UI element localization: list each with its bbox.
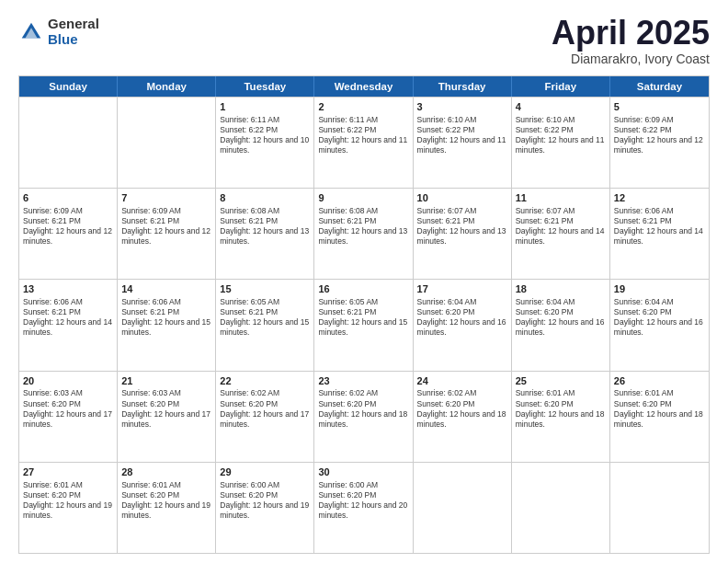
cell-info: Sunrise: 6:01 AM Sunset: 6:20 PM Dayligh… xyxy=(516,388,606,429)
cell-info: Sunrise: 6:01 AM Sunset: 6:20 PM Dayligh… xyxy=(23,480,113,521)
day-cell-19: 19Sunrise: 6:04 AM Sunset: 6:20 PM Dayli… xyxy=(610,280,709,370)
empty-cell xyxy=(19,98,118,188)
day-number: 18 xyxy=(516,282,606,296)
calendar-row-4: 20Sunrise: 6:03 AM Sunset: 6:20 PM Dayli… xyxy=(19,371,709,462)
cell-info: Sunrise: 6:07 AM Sunset: 6:21 PM Dayligh… xyxy=(417,206,507,247)
logo-text: General Blue xyxy=(48,17,99,47)
day-cell-10: 10Sunrise: 6:07 AM Sunset: 6:21 PM Dayli… xyxy=(414,189,512,279)
day-cell-6: 6Sunrise: 6:09 AM Sunset: 6:21 PM Daylig… xyxy=(19,189,118,279)
cell-info: Sunrise: 6:08 AM Sunset: 6:21 PM Dayligh… xyxy=(220,206,310,247)
empty-cell xyxy=(512,463,610,553)
cell-info: Sunrise: 6:02 AM Sunset: 6:20 PM Dayligh… xyxy=(417,388,507,429)
day-cell-15: 15Sunrise: 6:05 AM Sunset: 6:21 PM Dayli… xyxy=(216,280,314,370)
day-number: 26 xyxy=(614,374,705,388)
day-number: 5 xyxy=(614,100,705,114)
day-cell-12: 12Sunrise: 6:06 AM Sunset: 6:21 PM Dayli… xyxy=(610,189,709,279)
day-number: 28 xyxy=(121,465,211,479)
day-header-saturday: Saturday xyxy=(610,76,709,97)
day-cell-20: 20Sunrise: 6:03 AM Sunset: 6:20 PM Dayli… xyxy=(19,372,118,462)
day-cell-4: 4Sunrise: 6:10 AM Sunset: 6:22 PM Daylig… xyxy=(512,98,610,188)
day-number: 15 xyxy=(220,282,310,296)
cell-info: Sunrise: 6:03 AM Sunset: 6:20 PM Dayligh… xyxy=(121,388,211,429)
calendar-row-5: 27Sunrise: 6:01 AM Sunset: 6:20 PM Dayli… xyxy=(19,462,709,553)
empty-cell xyxy=(610,463,709,553)
cell-info: Sunrise: 6:09 AM Sunset: 6:21 PM Dayligh… xyxy=(23,206,113,247)
day-cell-7: 7Sunrise: 6:09 AM Sunset: 6:21 PM Daylig… xyxy=(118,189,216,279)
day-number: 14 xyxy=(121,282,211,296)
day-cell-11: 11Sunrise: 6:07 AM Sunset: 6:21 PM Dayli… xyxy=(512,189,610,279)
cell-info: Sunrise: 6:01 AM Sunset: 6:20 PM Dayligh… xyxy=(121,480,211,521)
day-header-sunday: Sunday xyxy=(19,76,118,97)
day-number: 19 xyxy=(614,282,705,296)
day-number: 7 xyxy=(121,191,211,205)
day-cell-3: 3Sunrise: 6:10 AM Sunset: 6:22 PM Daylig… xyxy=(414,98,512,188)
day-header-tuesday: Tuesday xyxy=(216,76,314,97)
cell-info: Sunrise: 6:07 AM Sunset: 6:21 PM Dayligh… xyxy=(516,206,606,247)
empty-cell xyxy=(414,463,512,553)
cell-info: Sunrise: 6:06 AM Sunset: 6:21 PM Dayligh… xyxy=(121,297,211,338)
day-cell-16: 16Sunrise: 6:05 AM Sunset: 6:21 PM Dayli… xyxy=(314,280,413,370)
day-cell-21: 21Sunrise: 6:03 AM Sunset: 6:20 PM Dayli… xyxy=(118,372,216,462)
day-cell-27: 27Sunrise: 6:01 AM Sunset: 6:20 PM Dayli… xyxy=(19,463,118,553)
logo: General Blue xyxy=(18,17,99,47)
cell-info: Sunrise: 6:00 AM Sunset: 6:20 PM Dayligh… xyxy=(318,480,408,521)
cell-info: Sunrise: 6:02 AM Sunset: 6:20 PM Dayligh… xyxy=(220,388,310,429)
day-number: 20 xyxy=(23,374,113,388)
calendar-row-1: 1Sunrise: 6:11 AM Sunset: 6:22 PM Daylig… xyxy=(19,97,709,188)
cell-info: Sunrise: 6:04 AM Sunset: 6:20 PM Dayligh… xyxy=(516,297,606,338)
day-cell-25: 25Sunrise: 6:01 AM Sunset: 6:20 PM Dayli… xyxy=(512,372,610,462)
cell-info: Sunrise: 6:10 AM Sunset: 6:22 PM Dayligh… xyxy=(516,115,606,155)
header: General Blue April 2025 Diamarakro, Ivor… xyxy=(18,17,710,66)
day-cell-8: 8Sunrise: 6:08 AM Sunset: 6:21 PM Daylig… xyxy=(216,189,314,279)
day-cell-22: 22Sunrise: 6:02 AM Sunset: 6:20 PM Dayli… xyxy=(216,372,314,462)
day-number: 21 xyxy=(121,374,211,388)
calendar-body: 1Sunrise: 6:11 AM Sunset: 6:22 PM Daylig… xyxy=(19,97,709,553)
day-number: 11 xyxy=(516,191,606,205)
day-cell-23: 23Sunrise: 6:02 AM Sunset: 6:20 PM Dayli… xyxy=(314,372,413,462)
day-number: 6 xyxy=(23,191,113,205)
day-number: 17 xyxy=(417,282,507,296)
day-cell-28: 28Sunrise: 6:01 AM Sunset: 6:20 PM Dayli… xyxy=(118,463,216,553)
empty-cell xyxy=(118,98,216,188)
day-header-thursday: Thursday xyxy=(414,76,512,97)
calendar-row-2: 6Sunrise: 6:09 AM Sunset: 6:21 PM Daylig… xyxy=(19,188,709,279)
cell-info: Sunrise: 6:05 AM Sunset: 6:21 PM Dayligh… xyxy=(220,297,310,338)
day-header-friday: Friday xyxy=(512,76,610,97)
day-number: 13 xyxy=(23,282,113,296)
day-number: 2 xyxy=(318,100,408,114)
logo-blue: Blue xyxy=(48,32,99,48)
day-cell-30: 30Sunrise: 6:00 AM Sunset: 6:20 PM Dayli… xyxy=(314,463,413,553)
cell-info: Sunrise: 6:08 AM Sunset: 6:21 PM Dayligh… xyxy=(318,206,408,247)
day-cell-17: 17Sunrise: 6:04 AM Sunset: 6:20 PM Dayli… xyxy=(414,280,512,370)
cell-info: Sunrise: 6:04 AM Sunset: 6:20 PM Dayligh… xyxy=(417,297,507,338)
cell-info: Sunrise: 6:09 AM Sunset: 6:21 PM Dayligh… xyxy=(121,206,211,247)
cell-info: Sunrise: 6:11 AM Sunset: 6:22 PM Dayligh… xyxy=(220,115,310,155)
day-number: 23 xyxy=(318,374,408,388)
cell-info: Sunrise: 6:11 AM Sunset: 6:22 PM Dayligh… xyxy=(318,115,408,155)
cell-info: Sunrise: 6:06 AM Sunset: 6:21 PM Dayligh… xyxy=(614,206,705,247)
day-number: 30 xyxy=(318,465,408,479)
cell-info: Sunrise: 6:04 AM Sunset: 6:20 PM Dayligh… xyxy=(614,297,705,338)
day-cell-5: 5Sunrise: 6:09 AM Sunset: 6:22 PM Daylig… xyxy=(610,98,709,188)
day-number: 24 xyxy=(417,374,507,388)
day-number: 9 xyxy=(318,191,408,205)
calendar-header: SundayMondayTuesdayWednesdayThursdayFrid… xyxy=(19,76,709,97)
day-header-wednesday: Wednesday xyxy=(314,76,413,97)
day-number: 25 xyxy=(516,374,606,388)
cell-info: Sunrise: 6:03 AM Sunset: 6:20 PM Dayligh… xyxy=(23,388,113,429)
day-number: 1 xyxy=(220,100,310,114)
day-number: 16 xyxy=(318,282,408,296)
title-location: Diamarakro, Ivory Coast xyxy=(552,52,710,66)
cell-info: Sunrise: 6:10 AM Sunset: 6:22 PM Dayligh… xyxy=(417,115,507,155)
day-number: 12 xyxy=(614,191,705,205)
calendar-row-3: 13Sunrise: 6:06 AM Sunset: 6:21 PM Dayli… xyxy=(19,279,709,370)
title-block: April 2025 Diamarakro, Ivory Coast xyxy=(552,17,710,66)
day-number: 10 xyxy=(417,191,507,205)
cell-info: Sunrise: 6:05 AM Sunset: 6:21 PM Dayligh… xyxy=(318,297,408,338)
calendar: SundayMondayTuesdayWednesdayThursdayFrid… xyxy=(18,75,710,554)
cell-info: Sunrise: 6:01 AM Sunset: 6:20 PM Dayligh… xyxy=(614,388,705,429)
day-cell-2: 2Sunrise: 6:11 AM Sunset: 6:22 PM Daylig… xyxy=(314,98,413,188)
day-cell-14: 14Sunrise: 6:06 AM Sunset: 6:21 PM Dayli… xyxy=(118,280,216,370)
day-header-monday: Monday xyxy=(118,76,216,97)
day-cell-18: 18Sunrise: 6:04 AM Sunset: 6:20 PM Dayli… xyxy=(512,280,610,370)
